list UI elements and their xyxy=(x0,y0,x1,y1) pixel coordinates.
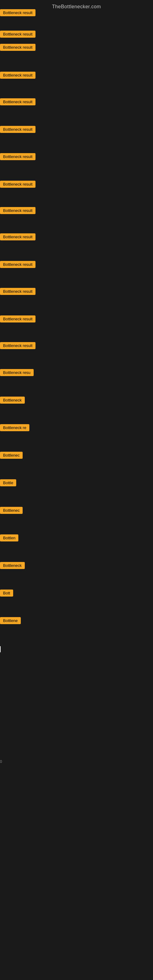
bottleneck-badge: Bottleneck result xyxy=(0,261,35,268)
bottleneck-badge-row: Bottleneck result xyxy=(0,153,35,160)
bottleneck-badge: Bottlene xyxy=(0,617,21,624)
bottleneck-badge-row: Bottleneck re xyxy=(0,424,29,431)
bottleneck-badge: Bottleneck xyxy=(0,562,25,569)
bottleneck-badge-row: Bottlen xyxy=(0,535,18,541)
bottleneck-badge-row: Bottleneck result xyxy=(0,315,35,323)
bottleneck-badge-row: Bottleneck result xyxy=(0,233,35,240)
bottleneck-badge: Bottleneck result xyxy=(0,72,35,79)
bottleneck-badge: Bottleneck result xyxy=(0,181,35,188)
bottleneck-badge: Bottleneck re xyxy=(0,424,29,431)
bottleneck-badge: Bott xyxy=(0,590,13,597)
bottleneck-badge: Bottleneck result xyxy=(0,207,35,214)
bottleneck-badge-row: Bottle xyxy=(0,479,16,486)
bottleneck-badge-row: Bottleneck result xyxy=(0,9,35,16)
bottleneck-badge: Bottleneck result xyxy=(0,126,35,133)
bottleneck-badge: Bottleneck result xyxy=(0,98,35,105)
bottleneck-badge-row: Bottleneck result xyxy=(0,98,35,105)
bottleneck-badge-row: Bottlenec xyxy=(0,452,22,459)
bottleneck-badge-row: Bottleneck xyxy=(0,562,25,569)
bottleneck-badge-row: Bottlene xyxy=(0,617,21,624)
bottleneck-badge: Bottleneck result xyxy=(0,9,35,16)
bottleneck-badge-row: Bottlenec xyxy=(0,507,22,514)
bottleneck-badge-row: Bottleneck result xyxy=(0,126,35,133)
bottleneck-badge: Bottlenec xyxy=(0,452,22,459)
small-character: 0 xyxy=(0,759,2,764)
bottleneck-badge: Bottleneck xyxy=(0,396,25,404)
bottleneck-badge: Bottle xyxy=(0,479,16,486)
bottleneck-badge-row: Bottleneck result xyxy=(0,72,35,79)
bottleneck-badge-row: Bottleneck result xyxy=(0,261,35,268)
bottleneck-badge: Bottlenec xyxy=(0,507,22,514)
bottleneck-badge: Bottleneck result xyxy=(0,44,35,51)
bottleneck-badge-row: Bottleneck result xyxy=(0,30,35,38)
bottleneck-badge: Bottleneck resu xyxy=(0,369,33,376)
bottleneck-badge-row: Bottleneck result xyxy=(0,207,35,214)
bottleneck-badge: Bottleneck result xyxy=(0,288,35,295)
bottleneck-badge: Bottleneck result xyxy=(0,233,35,240)
bottleneck-badge-row: Bottleneck resu xyxy=(0,369,33,376)
bottleneck-badge-row: Bottleneck result xyxy=(0,342,35,349)
text-cursor xyxy=(0,646,1,652)
bottleneck-badge: Bottleneck result xyxy=(0,153,35,160)
bottleneck-badge-row: Bottleneck result xyxy=(0,181,35,188)
bottleneck-badge-row: Bottleneck xyxy=(0,396,25,404)
bottleneck-badge: Bottleneck result xyxy=(0,342,35,349)
bottleneck-badge-row: Bott xyxy=(0,590,13,597)
bottleneck-badge: Bottleneck result xyxy=(0,315,35,323)
bottleneck-badge: Bottleneck result xyxy=(0,30,35,38)
bottleneck-badge-row: Bottleneck result xyxy=(0,288,35,295)
bottleneck-badge-row: Bottleneck result xyxy=(0,44,35,51)
bottleneck-badge: Bottlen xyxy=(0,535,18,541)
